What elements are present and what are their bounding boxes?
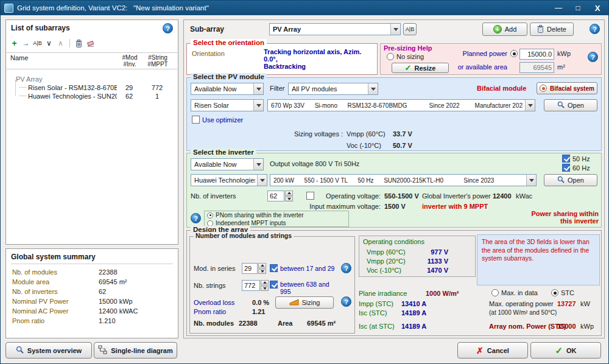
chevron-down-icon xyxy=(257,175,267,186)
chevron-down-icon xyxy=(525,100,535,111)
pv-manufacturer-select[interactable]: Risen Solar xyxy=(191,99,264,111)
spin-down-icon[interactable] xyxy=(258,269,266,275)
chevron-up-icon[interactable]: ∧ xyxy=(56,38,65,48)
summary-label: Nb. of inverters xyxy=(12,288,99,295)
minimize-icon[interactable]: — xyxy=(549,1,568,15)
array-nom-power-label: Array nom. Power (STC) xyxy=(489,323,566,330)
check-icon: ✓ xyxy=(555,346,563,355)
inverter-availability-select[interactable]: Available Now xyxy=(191,158,264,170)
summary-label: Nominal PV Power xyxy=(12,298,99,305)
presizing-title: Pre-sizing Help xyxy=(384,44,432,52)
spin-up-icon[interactable] xyxy=(261,280,269,285)
add-subarray-button[interactable]: + Add xyxy=(482,23,527,36)
magnifier-icon xyxy=(557,101,565,110)
available-area-input[interactable]: 69545 xyxy=(519,62,554,73)
move-subarray-icon[interactable]: → xyxy=(21,38,30,48)
subarray-help-icon[interactable]: ? xyxy=(590,24,600,34)
mod-series-range-checkbox[interactable]: between 17 and 29 xyxy=(270,264,334,272)
nb-strings-range-checkbox[interactable]: between 638 and 995 xyxy=(270,281,329,295)
planned-power-input[interactable]: 15000.0 xyxy=(519,49,554,60)
open-pv-module-button[interactable]: Open xyxy=(544,99,597,111)
pv-module-select[interactable]: 670 Wp 33V Si-mono RSM132-8-670BMDG Sinc… xyxy=(267,99,535,111)
vmpp-value: 33.7 V xyxy=(393,130,412,138)
open-inverter-button[interactable]: Open xyxy=(544,174,597,186)
max-operating-power-label: Max. operating power xyxy=(489,300,554,307)
eraser-icon[interactable] xyxy=(86,38,95,48)
chevron-down-icon[interactable]: ∨ xyxy=(44,38,54,48)
sizing-button[interactable]: Sizing xyxy=(275,296,334,309)
pv-module-group: Select the PV module Available Now Filte… xyxy=(186,77,602,151)
voc-value: 50.7 V xyxy=(393,142,412,149)
pv-filter-select[interactable]: All PV modules xyxy=(288,83,378,95)
maximize-icon[interactable]: □ xyxy=(568,1,588,15)
inverter-count-spinner[interactable]: 62 xyxy=(267,191,293,201)
global-power-unit: kWac xyxy=(516,192,532,200)
50hz-checkbox[interactable]: 50 Hz xyxy=(562,155,590,163)
inverter-model-select[interactable]: 200 kW 550 - 1500 V TL 50 Hz SUN2000-215… xyxy=(270,174,537,186)
summary-label: Module area xyxy=(12,278,99,285)
operating-conditions-title: Operating conditions xyxy=(363,238,424,245)
subarrays-table-header: Name #Mod #Inv. #String #MPPT xyxy=(7,52,177,69)
array-nom-power-value: 15000 xyxy=(557,323,576,330)
sizing-help-icon[interactable]: ? xyxy=(341,296,351,307)
summary-value: 12400 kWAC xyxy=(99,307,138,315)
modules-strings-group: Number of modules and strings Mod. in se… xyxy=(189,236,355,334)
delete-subarray-button[interactable]: Delete xyxy=(530,23,574,36)
subarrays-tree: PV Array Risen Solar - RSM132-8-670BMDG … xyxy=(7,75,177,100)
ok-button[interactable]: ✓ OK xyxy=(530,342,601,359)
pv-availability-select[interactable]: Available Now xyxy=(191,83,264,95)
nb-modules-label: Nb. modules xyxy=(194,320,234,327)
global-power-label: Global Inverter's power xyxy=(422,192,491,200)
isc-label: Isc (STC) xyxy=(359,309,387,317)
system-overview-button[interactable]: System overview xyxy=(5,342,92,359)
presizing-group: Pre-sizing Help No sizing ✓ Resize Plann… xyxy=(380,43,602,75)
window-controls: — □ X xyxy=(549,1,607,15)
grid-system-definition-window: Grid system definition, Variant VC2: "Ne… xyxy=(0,0,609,364)
sizing-voltages-label: Sizing voltages : xyxy=(294,130,343,138)
summary-value: 22388 xyxy=(99,268,118,276)
rename-icon[interactable]: A|B xyxy=(33,38,42,48)
window-title: Grid system definition, Variant VC2: "Ne… xyxy=(17,4,545,12)
pnom-sharing-radio[interactable]: PNom sharing within the inverter xyxy=(207,212,304,219)
summary-value: 69545 m² xyxy=(99,278,127,285)
power-sharing-help-icon[interactable]: ? xyxy=(191,213,201,223)
max-in-data-radio[interactable]: Max. in data xyxy=(491,289,538,296)
mod-series-help-icon[interactable]: ? xyxy=(341,263,351,273)
use-optimizer-checkbox[interactable]: Use optimizer xyxy=(192,116,243,124)
plane-irradiance-label: Plane irradiance xyxy=(359,290,407,297)
cancel-button[interactable]: ✗ Cancel xyxy=(457,342,528,359)
trash-icon[interactable] xyxy=(74,38,83,48)
presizing-help-icon[interactable]: ? xyxy=(588,52,598,62)
inverter-manufacturer-select[interactable]: Huawei Technologies xyxy=(191,174,267,186)
close-icon[interactable]: X xyxy=(588,1,607,15)
subarray-select[interactable]: PV Array xyxy=(269,23,401,35)
bifacial-module-label: Bifacial module xyxy=(477,85,526,92)
spin-down-icon[interactable] xyxy=(285,197,293,202)
add-subarray-icon[interactable]: + xyxy=(10,38,19,48)
rename-subarray-button[interactable]: A|B xyxy=(403,23,417,35)
summary-value: 1.210 xyxy=(99,317,116,324)
mod-series-spinner[interactable]: 29 xyxy=(242,263,266,274)
60hz-checkbox[interactable]: 60 Hz xyxy=(562,164,590,172)
spin-up-icon[interactable] xyxy=(258,263,266,268)
nb-strings-spinner[interactable]: 772 xyxy=(242,280,269,291)
bifacial-system-toggle[interactable]: Bifacial system xyxy=(537,82,597,94)
spin-down-icon[interactable] xyxy=(261,286,269,292)
overload-loss-label: Overload loss xyxy=(194,299,234,306)
subarrays-help-icon[interactable]: ? xyxy=(163,23,173,33)
design-array-group: Design the array Number of modules and s… xyxy=(186,230,602,336)
tree-item-pv-array[interactable]: PV Array xyxy=(7,75,177,83)
planned-power-radio[interactable] xyxy=(510,50,518,57)
spin-up-icon[interactable] xyxy=(285,191,293,196)
no-sizing-radio[interactable]: No sizing xyxy=(387,53,424,60)
resize-button[interactable]: ✓ Resize xyxy=(392,63,449,73)
mppt-note: inverter with 9 MPPT xyxy=(422,203,488,210)
operating-conditions-panel: Operating conditions Vmpp (60°C) 977 V V… xyxy=(359,236,476,277)
tree-item-pv-module-row[interactable]: Risen Solar - RSM132-8-670BMDG 29 772 xyxy=(7,83,177,92)
single-line-diagram-button[interactable]: Single-line diagram xyxy=(94,342,177,359)
tree-item-inverter-row[interactable]: Huawei Technologies - SUN200... 62 1 xyxy=(7,92,177,100)
input-max-voltage-value: 1500 V xyxy=(384,203,406,210)
stc-radio[interactable]: STC xyxy=(551,289,574,296)
inverter-group: Select the inverter Available Now Output… xyxy=(186,153,602,228)
operating-voltage-label: Operating voltage: xyxy=(297,192,381,200)
